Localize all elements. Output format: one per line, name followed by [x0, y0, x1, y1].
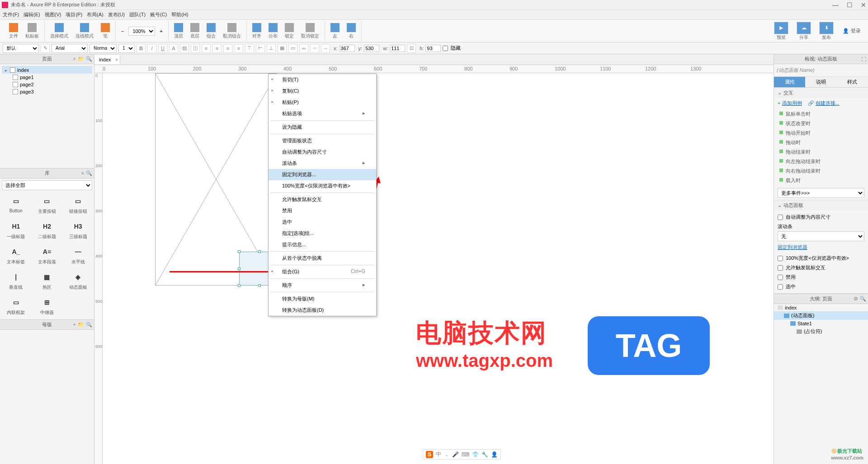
- context-menu-item[interactable]: 允许触发鼠标交互: [269, 194, 376, 205]
- tb-publish[interactable]: ⬇发布: [816, 21, 836, 42]
- tb-file[interactable]: 文件: [6, 22, 21, 40]
- underline-button[interactable]: U: [158, 44, 167, 53]
- valign-top-button[interactable]: ⊤: [245, 44, 254, 53]
- context-menu-item[interactable]: 设为隐藏: [269, 122, 376, 133]
- align-right-button[interactable]: ≡: [223, 44, 232, 53]
- library-menu-icon[interactable]: ≡: [81, 170, 84, 176]
- valign-bottom-button[interactable]: ⊥: [267, 44, 276, 53]
- h-input[interactable]: [425, 45, 441, 52]
- outline-item[interactable]: (动态面板): [774, 311, 868, 320]
- create-link-link[interactable]: 创建连接...: [816, 100, 840, 106]
- outline-filter-icon[interactable]: ⚙: [854, 296, 858, 302]
- tb-ungroup[interactable]: 取消组合: [220, 22, 244, 40]
- align-justify-button[interactable]: ≡: [234, 44, 243, 53]
- master-folder-icon[interactable]: 📁: [78, 322, 84, 328]
- ime-punct-icon[interactable]: ，: [444, 450, 449, 458]
- library-item-h1[interactable]: H1一级标题: [1, 218, 31, 243]
- event-item[interactable]: 载入时: [778, 176, 864, 185]
- ime-skin-icon[interactable]: 👕: [472, 451, 479, 458]
- menu-publish[interactable]: 发布(U): [108, 11, 125, 18]
- canvas[interactable]: [103, 73, 774, 464]
- menu-file[interactable]: 文件(F): [3, 11, 19, 18]
- add-folder-icon[interactable]: 📁: [78, 56, 84, 62]
- ime-keyboard-icon[interactable]: ⌨: [462, 451, 469, 458]
- page-item-page2[interactable]: page2: [2, 81, 92, 88]
- context-menu-item[interactable]: 100%宽度<仅限浏览器中有效>: [269, 180, 376, 192]
- maximize-button[interactable]: ☐: [847, 1, 853, 9]
- event-item[interactable]: 向右拖动结束时: [778, 166, 864, 176]
- line-width-button[interactable]: ═: [299, 44, 308, 53]
- pin-browser-link[interactable]: 固定到浏览器: [778, 244, 807, 250]
- tb-align[interactable]: 对齐: [250, 22, 264, 40]
- library-select[interactable]: 选择全部: [2, 180, 92, 190]
- library-search-icon[interactable]: 🔍: [86, 170, 92, 176]
- tb-distribute[interactable]: 分布: [266, 22, 280, 40]
- italic-button[interactable]: I: [147, 44, 156, 53]
- outline-item[interactable]: State1: [774, 320, 868, 327]
- context-menu-item[interactable]: 转换为母版(M): [269, 293, 376, 305]
- align-center-button[interactable]: ≡: [212, 44, 222, 53]
- context-menu-item[interactable]: 管理面板状态: [269, 135, 376, 146]
- valign-middle-button[interactable]: ⊢: [256, 44, 265, 53]
- library-item-button[interactable]: ▭Button: [1, 193, 31, 217]
- more-events-select[interactable]: 更多事件>>>: [778, 188, 864, 198]
- scrollbar-select[interactable]: 无: [778, 231, 864, 241]
- tb-share[interactable]: ☁分享: [794, 21, 814, 42]
- library-item-paragraph[interactable]: A≡文本段落: [32, 244, 62, 268]
- tb-connect-mode[interactable]: 连线模式: [73, 22, 96, 40]
- library-item-iframe[interactable]: ▭内联框架: [1, 294, 31, 319]
- line-color-button[interactable]: ▭: [288, 44, 297, 53]
- master-search-icon[interactable]: 🔍: [86, 322, 92, 328]
- library-item-h2[interactable]: H2二级标题: [32, 218, 62, 243]
- library-item-dynamic-panel[interactable]: ◈动态面板: [63, 269, 93, 293]
- context-menu-item[interactable]: 从首个状态中脱离: [269, 253, 376, 264]
- context-menu-item[interactable]: 指定[选项]组...: [269, 228, 376, 239]
- menu-help[interactable]: 帮助(H): [171, 11, 188, 18]
- search-icon[interactable]: 🔍: [86, 56, 92, 62]
- zoom-select[interactable]: 100%: [128, 27, 155, 36]
- menu-edit[interactable]: 编辑(E): [24, 11, 40, 18]
- ime-sogou-icon[interactable]: S: [426, 451, 433, 458]
- weight-select[interactable]: Normal: [90, 44, 117, 53]
- context-menu-item[interactable]: ▫粘贴(P): [269, 97, 376, 108]
- ime-mic-icon[interactable]: 🎤: [452, 451, 459, 458]
- tb-unlock[interactable]: 取消锁定: [298, 22, 322, 40]
- minimize-button[interactable]: —: [832, 1, 839, 9]
- context-menu-item[interactable]: 自动调整为内容尺寸: [269, 146, 376, 158]
- tab-index[interactable]: index×: [94, 55, 120, 64]
- disable-checkbox[interactable]: 禁用: [778, 272, 864, 282]
- context-menu-item[interactable]: 固定到浏览器...: [269, 169, 376, 180]
- style-editor-icon[interactable]: ✎: [41, 44, 50, 53]
- fill-color-button[interactable]: ▨: [180, 44, 189, 53]
- event-item[interactable]: 状态改变时: [778, 119, 864, 128]
- menu-team[interactable]: 团队(T): [129, 11, 146, 18]
- event-item[interactable]: 向左拖动结束时: [778, 157, 864, 166]
- tb-pen[interactable]: 笔: [98, 22, 113, 40]
- inspector-expand-icon[interactable]: ⛶: [861, 56, 866, 62]
- add-master-icon[interactable]: +: [73, 322, 76, 328]
- tb-preview[interactable]: ▶预览: [771, 21, 791, 42]
- add-case-link[interactable]: 添加用例: [782, 100, 802, 106]
- library-item-h3[interactable]: H3三级标题: [63, 218, 93, 243]
- menu-project[interactable]: 项目(P): [66, 11, 82, 18]
- context-menu-item[interactable]: 选中: [269, 216, 376, 228]
- tb-group[interactable]: 组合: [204, 22, 218, 40]
- hidden-checkbox[interactable]: 隐藏: [443, 43, 461, 53]
- allow-mouse-checkbox[interactable]: 允许触发鼠标交互: [778, 263, 864, 272]
- tb-bottom[interactable]: 底层: [188, 22, 202, 40]
- ime-lang[interactable]: 中: [436, 450, 441, 458]
- context-menu-item[interactable]: 提示信息...: [269, 239, 376, 250]
- fill-button[interactable]: ▦: [278, 44, 287, 53]
- library-item-hr[interactable]: —水平线: [63, 244, 93, 268]
- context-menu-item[interactable]: 顺序▸: [269, 280, 376, 291]
- text-color-button[interactable]: A: [169, 44, 178, 53]
- context-menu-item[interactable]: ▫复制(C): [269, 85, 376, 97]
- tb-select-mode[interactable]: 选择模式: [47, 22, 71, 40]
- outline-item[interactable]: (占位符): [774, 327, 868, 336]
- fit-content-checkbox[interactable]: 自动调整为内容尺寸: [778, 212, 864, 222]
- outline-item[interactable]: index: [774, 304, 868, 311]
- menu-layout[interactable]: 布局(A): [87, 11, 104, 18]
- tb-lock[interactable]: 锁定: [282, 22, 297, 40]
- font-select[interactable]: Arial: [52, 44, 88, 53]
- tb-zoom-out[interactable]: −: [118, 28, 127, 35]
